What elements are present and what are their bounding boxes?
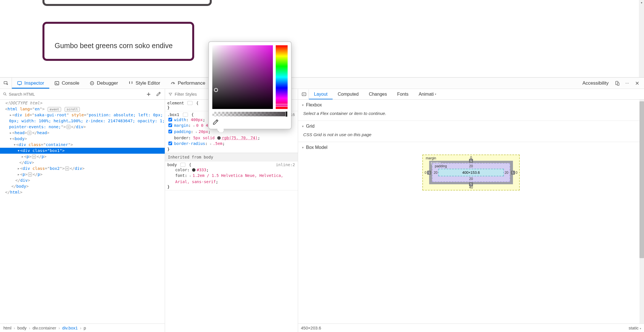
tab-performance[interactable]: Performance — [165, 78, 210, 89]
section-flexbox[interactable]: Flexbox — [298, 100, 644, 110]
ellipsis-icon[interactable]: ⋯ — [27, 131, 31, 135]
style-editor-icon — [128, 81, 133, 86]
grid-message: CSS Grid is not in use on this page — [298, 131, 644, 142]
flexbox-message: Select a Flex container or item to conti… — [298, 110, 644, 121]
saturation-field[interactable] — [212, 45, 273, 109]
highlight-icon[interactable] — [183, 113, 188, 117]
expand-shorthand-icon[interactable] — [193, 124, 195, 128]
expand-toggle[interactable] — [17, 166, 20, 172]
color-picker[interactable] — [208, 41, 292, 129]
svg-rect-1 — [18, 82, 22, 85]
page-box1: amaranth tatsoi tomatillo melon azuki be… — [42, 0, 212, 6]
crumb-container[interactable]: div.container — [33, 325, 56, 330]
more-options-button[interactable]: ⋯ — [624, 80, 631, 87]
decl-toggle[interactable] — [168, 130, 172, 133]
box-model-diagram[interactable]: margin 0 0 0 40 border 5 5 5 5 padding — [422, 155, 520, 190]
crumb-p[interactable]: p — [84, 325, 86, 330]
expand-toggle[interactable] — [9, 112, 12, 118]
debugger-icon — [89, 81, 95, 86]
hue-handle[interactable] — [275, 104, 288, 107]
tab-layout[interactable]: Layout — [309, 89, 333, 99]
add-element-button[interactable] — [145, 91, 152, 98]
boxmodel-content[interactable]: 400×153.6 — [438, 169, 504, 176]
hue-slider[interactable] — [276, 45, 288, 109]
alpha-handle[interactable] — [285, 111, 288, 117]
highlight-icon[interactable] — [180, 163, 185, 167]
eyedropper-button[interactable] — [155, 91, 162, 98]
tab-accessibility[interactable]: Accessibility — [580, 78, 614, 89]
event-badge[interactable]: event — [48, 107, 61, 112]
crumb-html[interactable]: html — [3, 325, 11, 330]
tab-style-editor[interactable]: Style Editor — [123, 78, 165, 89]
responsive-mode-button[interactable] — [614, 80, 621, 87]
tab-animations[interactable]: Animati — [414, 89, 441, 99]
search-html-input[interactable] — [9, 92, 143, 97]
tab-changes[interactable]: Changes — [364, 89, 392, 99]
color-swatch[interactable] — [217, 136, 221, 140]
expand-shorthand-icon[interactable] — [196, 130, 198, 134]
svg-rect-0 — [4, 82, 7, 84]
tab-debugger[interactable]: Debugger — [84, 78, 123, 89]
box2-text: Gumbo beet greens corn soko endive — [55, 42, 173, 50]
ellipsis-icon[interactable]: ⋯ — [28, 172, 32, 177]
decl-toggle[interactable] — [168, 123, 172, 127]
selected-node[interactable]: <div class="box1"> — [0, 148, 165, 154]
svg-point-7 — [4, 93, 6, 95]
search-icon — [3, 92, 7, 96]
decl-toggle[interactable] — [168, 142, 172, 145]
scroll-down-icon[interactable]: ▾ — [639, 0, 644, 5]
section-grid[interactable]: Grid — [298, 121, 644, 131]
devtools-toolbar: Inspector Console Debugger Style Editor … — [0, 78, 644, 89]
rendered-page: amaranth tatsoi tomatillo melon azuki be… — [0, 0, 644, 77]
saturation-handle[interactable] — [214, 88, 218, 92]
tab-console[interactable]: Console — [49, 78, 84, 89]
expand-toggle[interactable] — [13, 142, 16, 148]
console-icon — [54, 81, 59, 86]
inherited-from-header: Inherited from body — [165, 153, 298, 161]
inspector-icon — [17, 81, 22, 86]
position-value[interactable]: static ▾ — [629, 325, 641, 330]
alpha-slider[interactable] — [212, 112, 288, 116]
svg-rect-6 — [617, 83, 619, 85]
expand-shorthand-icon[interactable] — [190, 174, 192, 178]
svg-rect-2 — [55, 82, 59, 85]
color-swatch[interactable] — [192, 168, 196, 172]
breadcrumb[interactable]: html› body› div.container› div.box1› p — [0, 324, 165, 332]
tab-fonts[interactable]: Fonts — [392, 89, 414, 99]
filter-icon — [168, 92, 172, 96]
expand-toggle[interactable] — [17, 148, 20, 154]
element-dimensions: 450×203.6 — [301, 325, 321, 330]
sidepanel-scrollbar[interactable] — [639, 100, 644, 324]
expand-toggle[interactable] — [21, 154, 24, 160]
expand-toggle[interactable] — [9, 136, 12, 142]
expand-toggle[interactable] — [9, 130, 12, 136]
layout-sidepanel: Layout Computed Changes Fonts Animati Fl… — [298, 89, 644, 332]
tab-inspector[interactable]: Inspector — [12, 78, 49, 89]
ellipsis-icon[interactable]: ⋯ — [67, 125, 70, 129]
ellipsis-icon[interactable]: ⋯ — [32, 155, 36, 159]
page-scrollbar[interactable]: ▾ — [639, 0, 644, 77]
picker-eyedropper-button[interactable] — [212, 119, 219, 125]
expand-toggle[interactable] — [17, 172, 20, 177]
expand-shorthand-icon[interactable] — [210, 142, 212, 146]
section-boxmodel[interactable]: Box Model — [298, 142, 644, 152]
page-box2: Gumbo beet greens corn soko endive — [42, 22, 194, 61]
crumb-body[interactable]: body — [17, 325, 27, 330]
scroll-badge[interactable]: scroll — [65, 107, 80, 112]
toggle-sidebar-button[interactable] — [299, 89, 309, 99]
tab-computed[interactable]: Computed — [333, 89, 364, 99]
performance-icon — [170, 81, 176, 86]
search-html-field[interactable] — [3, 92, 143, 97]
pick-element-button[interactable] — [0, 78, 12, 89]
ellipsis-icon[interactable]: ⋯ — [65, 166, 69, 171]
dom-tree[interactable]: <!DOCTYPE html> <html lang="en"> event s… — [0, 100, 165, 324]
markup-panel: <!DOCTYPE html> <html lang="en"> event s… — [0, 89, 165, 332]
devtools-panel: Inspector Console Debugger Style Editor … — [0, 77, 644, 332]
decl-toggle[interactable] — [168, 118, 172, 121]
popup-arrow-icon — [217, 129, 224, 132]
close-devtools-button[interactable] — [634, 80, 641, 87]
crumb-box1[interactable]: div.box1 — [62, 325, 78, 330]
highlight-icon[interactable] — [187, 101, 192, 105]
rule-body[interactable]: inline:2 body { color: #333; font: 1.2em… — [165, 161, 298, 190]
